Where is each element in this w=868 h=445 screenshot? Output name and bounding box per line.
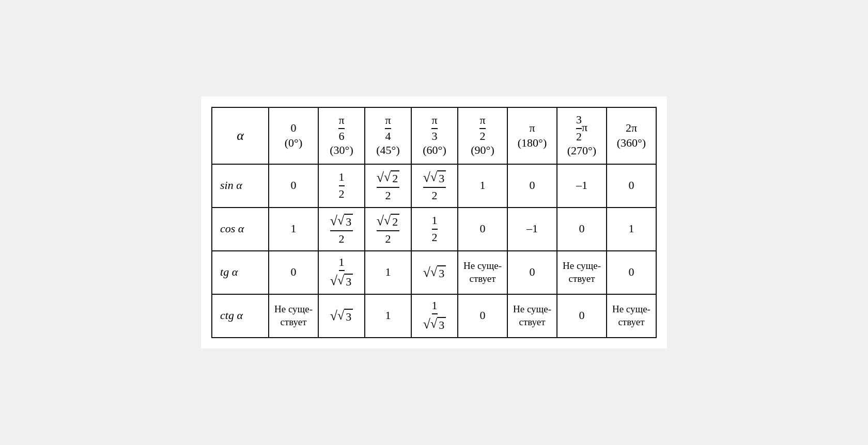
header-col1: π 6 (30°) <box>318 107 365 164</box>
cos-90: 0 <box>458 208 507 251</box>
sin-90: 1 <box>458 164 507 208</box>
header-alpha: α <box>212 107 269 164</box>
sin-180: 0 <box>507 164 557 208</box>
sin-360: 0 <box>607 164 656 208</box>
tg-180: 0 <box>507 251 557 294</box>
tg-60: √3 <box>411 251 458 294</box>
header-col6: 3 2 π (270°) <box>557 107 607 164</box>
cos-60: 1 2 <box>411 208 458 251</box>
ctg-180: Не суще- ствует <box>507 294 557 338</box>
ctg-label: ctg α <box>212 294 269 338</box>
header-col5: π (180°) <box>507 107 557 164</box>
header-col2: π 4 (45°) <box>365 107 411 164</box>
tg-270: Не суще- ствует <box>557 251 607 294</box>
sin-270: –1 <box>557 164 607 208</box>
tg-30: 1 √3 <box>318 251 365 294</box>
ctg-60: 1 √3 <box>411 294 458 338</box>
ctg-30: √3 <box>318 294 365 338</box>
sin-60: √3 2 <box>411 164 458 208</box>
ctg-360: Не суще- ствует <box>607 294 656 338</box>
ctg-row: ctg α Не суще- ствует √3 1 1 √3 0 <box>212 294 656 338</box>
ctg-45: 1 <box>365 294 411 338</box>
cos-360: 1 <box>607 208 656 251</box>
tg-0: 0 <box>269 251 318 294</box>
sin-label: sin α <box>212 164 269 208</box>
header-row: α 0 (0°) π 6 (30°) π 4 (45°) <box>212 107 656 164</box>
cos-45: √2 2 <box>365 208 411 251</box>
tg-90: Не суще- ствует <box>458 251 507 294</box>
cos-label: cos α <box>212 208 269 251</box>
cos-270: 0 <box>557 208 607 251</box>
sin-30: 1 2 <box>318 164 365 208</box>
cos-180: –1 <box>507 208 557 251</box>
cos-row: cos α 1 √3 2 √2 2 <box>212 208 656 251</box>
ctg-270: 0 <box>557 294 607 338</box>
header-col4: π 2 (90°) <box>458 107 507 164</box>
sin-45: √2 2 <box>365 164 411 208</box>
trig-table: α 0 (0°) π 6 (30°) π 4 (45°) <box>211 107 657 338</box>
ctg-90: 0 <box>458 294 507 338</box>
sin-row: sin α 0 1 2 √2 2 √3 <box>212 164 656 208</box>
header-col3: π 3 (60°) <box>411 107 458 164</box>
ctg-0: Не суще- ствует <box>269 294 318 338</box>
sin-0: 0 <box>269 164 318 208</box>
cos-0: 1 <box>269 208 318 251</box>
tg-45: 1 <box>365 251 411 294</box>
tg-row: tg α 0 1 √3 1 √3 Не суще- ствует <box>212 251 656 294</box>
tg-360: 0 <box>607 251 656 294</box>
tg-label: tg α <box>212 251 269 294</box>
header-col7: 2π (360°) <box>607 107 656 164</box>
header-col0: 0 (0°) <box>269 107 318 164</box>
cos-30: √3 2 <box>318 208 365 251</box>
page-container: α 0 (0°) π 6 (30°) π 4 (45°) <box>201 97 667 348</box>
